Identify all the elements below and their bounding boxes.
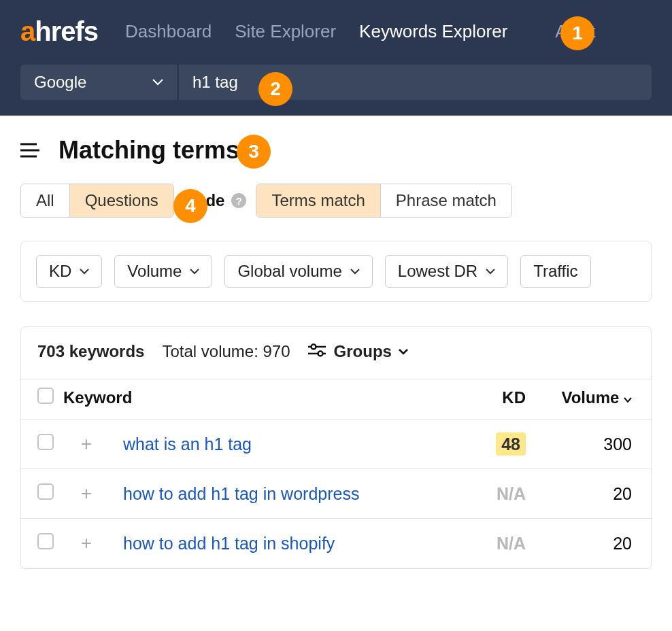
keyword-link[interactable]: what is an h1 tag bbox=[123, 434, 252, 454]
expand-icon[interactable]: + bbox=[80, 532, 93, 554]
groups-toggle[interactable]: Groups bbox=[308, 342, 408, 361]
select-all-checkbox[interactable] bbox=[37, 388, 54, 404]
row-checkbox[interactable] bbox=[37, 533, 54, 549]
search-row: Google h1 tag bbox=[0, 63, 672, 102]
results-table: Keyword KD Volume + what is an h1 tag 48… bbox=[21, 379, 651, 568]
chevron-down-icon bbox=[486, 269, 495, 275]
sliders-icon bbox=[308, 342, 326, 361]
filter-lowest-dr[interactable]: Lowest DR bbox=[385, 255, 508, 288]
tab-phrase-match[interactable]: Phrase match bbox=[381, 184, 511, 217]
keyword-input-value: h1 tag bbox=[192, 73, 238, 92]
table-row: + what is an h1 tag 48 300 bbox=[21, 420, 651, 469]
content: 3 4 Matching terms All Questions xxde ? … bbox=[0, 116, 672, 569]
expand-icon[interactable]: + bbox=[80, 483, 93, 505]
chevron-down-icon bbox=[399, 349, 408, 355]
tab-terms-match[interactable]: Terms match bbox=[256, 184, 380, 217]
keyword-input[interactable]: h1 tag bbox=[179, 65, 652, 100]
sort-desc-icon bbox=[624, 388, 632, 407]
expand-icon[interactable]: + bbox=[80, 433, 93, 455]
nav-dashboard[interactable]: Dashboard bbox=[125, 21, 212, 42]
results-meta: 703 keywords Total volume: 970 Groups bbox=[21, 327, 651, 379]
logo[interactable]: ahrefs bbox=[20, 16, 98, 47]
annotation-badge-1: 1 bbox=[560, 16, 594, 50]
chevron-down-icon bbox=[152, 79, 163, 86]
nav-site-explorer[interactable]: Site Explorer bbox=[235, 21, 336, 42]
results-card: 703 keywords Total volume: 970 Groups Ke… bbox=[20, 326, 652, 569]
tabs-row: All Questions xxde ? Terms match Phrase … bbox=[20, 184, 652, 218]
annotation-badge-2: 2 bbox=[258, 72, 292, 106]
col-volume[interactable]: Volume bbox=[535, 379, 651, 420]
volume-value: 20 bbox=[535, 519, 651, 568]
row-checkbox[interactable] bbox=[37, 434, 54, 450]
tab-questions[interactable]: Questions bbox=[70, 184, 173, 217]
annotation-badge-3: 3 bbox=[237, 135, 271, 169]
logo-letter-a: a bbox=[20, 16, 35, 47]
filter-volume[interactable]: Volume bbox=[114, 255, 212, 288]
title-row: Matching terms bbox=[20, 136, 652, 165]
col-keyword[interactable]: Keyword bbox=[63, 379, 460, 420]
volume-value: 20 bbox=[535, 469, 651, 519]
menu-icon[interactable] bbox=[20, 143, 39, 158]
filters-card: KD Volume Global volume Lowest DR Traffi… bbox=[20, 241, 652, 302]
search-engine-select[interactable]: Google bbox=[20, 65, 177, 100]
chevron-down-icon bbox=[80, 269, 89, 275]
col-kd[interactable]: KD bbox=[460, 379, 535, 420]
filter-traffic[interactable]: Traffic bbox=[520, 255, 590, 288]
row-checkbox[interactable] bbox=[37, 483, 54, 500]
search-engine-label: Google bbox=[34, 73, 86, 92]
chevron-down-icon bbox=[350, 269, 360, 275]
svg-point-4 bbox=[311, 345, 316, 349]
kd-na: N/A bbox=[497, 484, 526, 503]
keyword-count: 703 keywords bbox=[37, 342, 144, 361]
table-row: + how to add h1 tag in wordpress N/A 20 bbox=[21, 469, 651, 519]
annotation-badge-4: 4 bbox=[173, 189, 207, 223]
total-volume: Total volume: 970 bbox=[162, 342, 290, 361]
chevron-down-icon bbox=[190, 269, 199, 275]
nav-keywords-explorer[interactable]: Keywords Explorer bbox=[359, 21, 507, 42]
tab-all[interactable]: All bbox=[21, 184, 70, 217]
filter-type-segment: All Questions bbox=[20, 184, 174, 218]
volume-value: 300 bbox=[535, 420, 651, 469]
keyword-link[interactable]: how to add h1 tag in wordpress bbox=[123, 484, 359, 503]
page-title: Matching terms bbox=[58, 136, 239, 165]
logo-rest: hrefs bbox=[35, 16, 98, 47]
help-icon[interactable]: ? bbox=[231, 193, 246, 208]
kd-na: N/A bbox=[497, 534, 526, 553]
filter-global-volume[interactable]: Global volume bbox=[224, 255, 372, 288]
table-row: + how to add h1 tag in shopify N/A 20 bbox=[21, 519, 651, 568]
keyword-link[interactable]: how to add h1 tag in shopify bbox=[123, 534, 335, 553]
kd-value: 48 bbox=[496, 432, 526, 456]
match-mode-segment: Terms match Phrase match bbox=[256, 184, 511, 218]
filter-kd[interactable]: KD bbox=[36, 255, 102, 288]
svg-point-6 bbox=[318, 352, 322, 356]
